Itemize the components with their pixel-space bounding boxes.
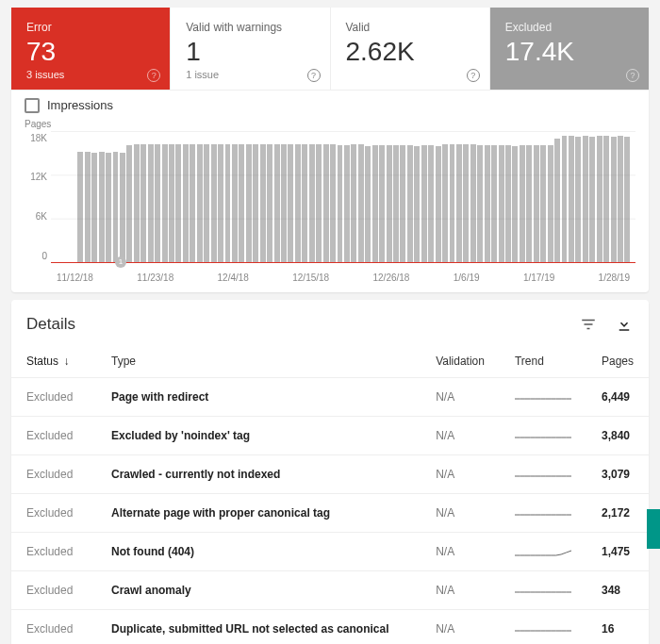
chart-bar[interactable] [344, 145, 350, 262]
chart-bar[interactable] [183, 144, 189, 262]
tile-valid[interactable]: Valid 2.62K ? [331, 8, 490, 90]
chart-bar[interactable] [169, 144, 174, 261]
tile-valid-warnings[interactable]: Valid with warnings 1 1 issue ? [171, 8, 330, 90]
chart-bar[interactable] [239, 144, 244, 262]
chart-bar[interactable] [204, 144, 209, 261]
chart-bar[interactable] [330, 144, 336, 262]
chart-bar[interactable] [175, 144, 181, 262]
chart-bar[interactable] [323, 144, 329, 262]
chart-bar[interactable] [624, 137, 630, 262]
col-header-validation[interactable]: Validation [421, 339, 500, 378]
table-row[interactable]: ExcludedCrawled - currently not indexedN… [11, 454, 649, 493]
table-row[interactable]: ExcludedCrawl anomalyN/A348 [11, 570, 649, 609]
chart-bar[interactable] [274, 144, 280, 261]
chart-bar[interactable] [197, 144, 203, 262]
filter-icon[interactable] [579, 315, 598, 334]
chart-bar[interactable] [85, 152, 91, 262]
chart-bar[interactable] [134, 144, 140, 262]
chart-bar[interactable] [611, 137, 617, 262]
chart-event-marker[interactable]: 1 [115, 256, 126, 268]
chart-bar[interactable] [316, 144, 322, 262]
chart-bar[interactable] [190, 144, 195, 262]
chart-bar[interactable] [211, 144, 217, 262]
chart-bar[interactable] [148, 144, 154, 261]
chart-bar[interactable] [436, 146, 441, 262]
chart-bar[interactable] [106, 153, 111, 262]
chart-bar[interactable] [113, 152, 119, 262]
chart-bar[interactable] [505, 145, 511, 262]
table-row[interactable]: ExcludedAlternate page with proper canon… [11, 493, 649, 532]
chart-bar[interactable] [302, 144, 307, 262]
col-header-type[interactable]: Type [96, 339, 421, 378]
chart-bar[interactable] [365, 146, 371, 262]
chart-bar[interactable] [232, 144, 238, 262]
col-header-status[interactable]: Status ↓ [11, 339, 96, 378]
chart-bar[interactable] [428, 145, 434, 262]
download-icon[interactable] [615, 315, 634, 334]
chart-bar[interactable] [155, 144, 160, 262]
chart-bar[interactable] [338, 145, 343, 262]
chart-bar[interactable] [499, 145, 504, 262]
chart-bar[interactable] [540, 145, 546, 262]
chart-bar[interactable] [554, 139, 560, 262]
chart-bar[interactable] [603, 136, 609, 262]
chart-bar[interactable] [77, 152, 83, 262]
chart-bar[interactable] [126, 145, 132, 262]
chart-bar[interactable] [526, 145, 532, 262]
chart-bar[interactable] [267, 144, 272, 262]
chart-bar[interactable] [379, 145, 385, 262]
chart-bar[interactable] [253, 144, 258, 262]
chart-bar[interactable] [91, 153, 97, 262]
table-row[interactable]: ExcludedExcluded by 'noindex' tagN/A3,84… [11, 416, 649, 454]
feedback-tab[interactable] [647, 509, 660, 549]
chart-bar[interactable] [520, 145, 525, 262]
chart-bar[interactable] [589, 137, 595, 262]
chart-bar[interactable] [288, 144, 293, 262]
chart-bar[interactable] [597, 136, 602, 262]
chart-bar[interactable] [407, 145, 413, 262]
chart-bar[interactable] [309, 144, 315, 262]
chart-bar[interactable] [358, 144, 364, 262]
chart-bar[interactable] [562, 136, 568, 262]
chart-bar[interactable] [281, 144, 287, 262]
chart-bar[interactable] [225, 144, 231, 261]
chart-bar[interactable] [485, 145, 490, 262]
help-icon[interactable]: ? [626, 69, 639, 82]
chart-bar[interactable] [450, 144, 455, 262]
table-row[interactable]: ExcludedDuplicate, submitted URL not sel… [11, 609, 649, 644]
table-row[interactable]: ExcludedNot found (404)N/A1,475 [11, 532, 649, 570]
tile-excluded[interactable]: Excluded 17.4K ? [490, 8, 649, 90]
chart-bar[interactable] [351, 144, 356, 261]
chart-bar[interactable] [387, 145, 392, 262]
chart-bar[interactable] [548, 145, 553, 262]
help-icon[interactable]: ? [147, 69, 160, 82]
chart-bar[interactable] [583, 136, 588, 262]
chart-bar[interactable] [393, 145, 399, 262]
impressions-checkbox[interactable] [25, 98, 40, 113]
chart-bar[interactable] [534, 145, 539, 262]
chart-plot[interactable]: 1 [51, 131, 635, 263]
chart-bar[interactable] [140, 144, 146, 262]
chart-bar[interactable] [372, 145, 378, 262]
chart-bar[interactable] [456, 144, 462, 262]
chart-bar[interactable] [470, 144, 476, 261]
col-header-trend[interactable]: Trend [500, 339, 586, 378]
chart-bar[interactable] [442, 144, 448, 262]
chart-bar[interactable] [477, 145, 483, 262]
chart-bar[interactable] [414, 146, 420, 262]
chart-bar[interactable] [295, 144, 301, 262]
chart-bar[interactable] [120, 153, 125, 262]
chart-bar[interactable] [463, 144, 469, 261]
chart-bar[interactable] [491, 145, 497, 262]
help-icon[interactable]: ? [467, 69, 480, 82]
chart-bar[interactable] [421, 145, 427, 262]
chart-bar[interactable] [99, 152, 105, 262]
chart-bar[interactable] [246, 144, 252, 262]
table-row[interactable]: ExcludedPage with redirectN/A6,449 [11, 377, 649, 416]
chart-bar[interactable] [618, 136, 623, 262]
tile-error[interactable]: Error 73 3 issues ? [11, 8, 171, 90]
chart-bar[interactable] [512, 146, 518, 262]
chart-bar[interactable] [162, 144, 168, 262]
help-icon[interactable]: ? [307, 69, 321, 82]
chart-bar[interactable] [260, 144, 266, 262]
